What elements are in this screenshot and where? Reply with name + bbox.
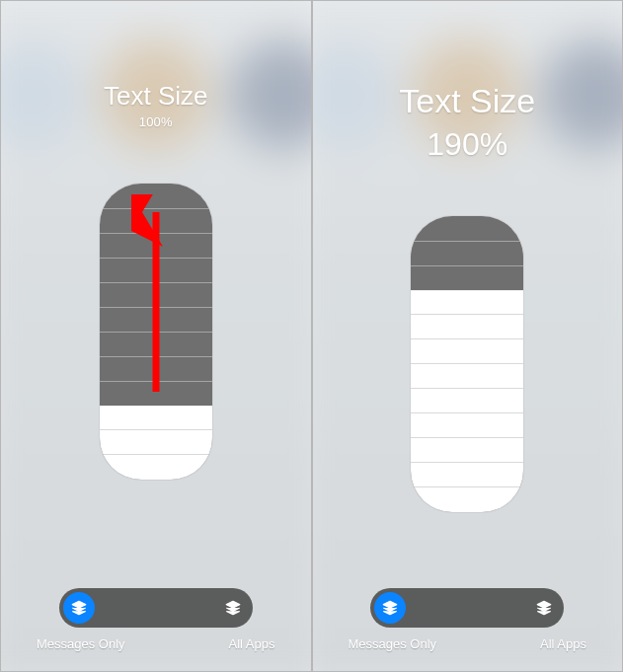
all-apps-option[interactable]	[528, 592, 560, 624]
percent-readout: 100%	[104, 115, 208, 130]
text-size-heading: Text Size 100%	[104, 82, 208, 130]
screenshot-left: Text Size 100%	[0, 0, 312, 672]
slider-fill	[411, 290, 523, 512]
all-apps-label: All Apps	[540, 636, 586, 651]
slider-fill	[100, 406, 212, 480]
toggle-labels: Messages Only All Apps	[1, 636, 311, 651]
messages-only-label: Messages Only	[37, 636, 125, 651]
stack-icon	[71, 600, 87, 616]
stack-icon	[382, 600, 398, 616]
stack-icon	[536, 600, 552, 616]
messages-only-option[interactable]	[374, 592, 406, 624]
toggle-labels: Messages Only All Apps	[313, 636, 623, 651]
title-text: Text Size	[399, 82, 535, 120]
text-size-heading: Text Size 190%	[399, 82, 535, 163]
all-apps-label: All Apps	[229, 636, 275, 651]
stack-icon	[225, 600, 241, 616]
percent-readout: 190%	[399, 126, 535, 163]
scope-toggle[interactable]	[59, 588, 253, 628]
title-text: Text Size	[104, 82, 208, 112]
all-apps-option[interactable]	[217, 592, 249, 624]
text-size-slider[interactable]	[411, 216, 523, 512]
messages-only-option[interactable]	[63, 592, 95, 624]
screenshot-right: Text Size 190%	[312, 0, 624, 672]
messages-only-label: Messages Only	[349, 636, 437, 651]
text-size-slider[interactable]	[100, 184, 212, 480]
scope-toggle[interactable]	[370, 588, 564, 628]
